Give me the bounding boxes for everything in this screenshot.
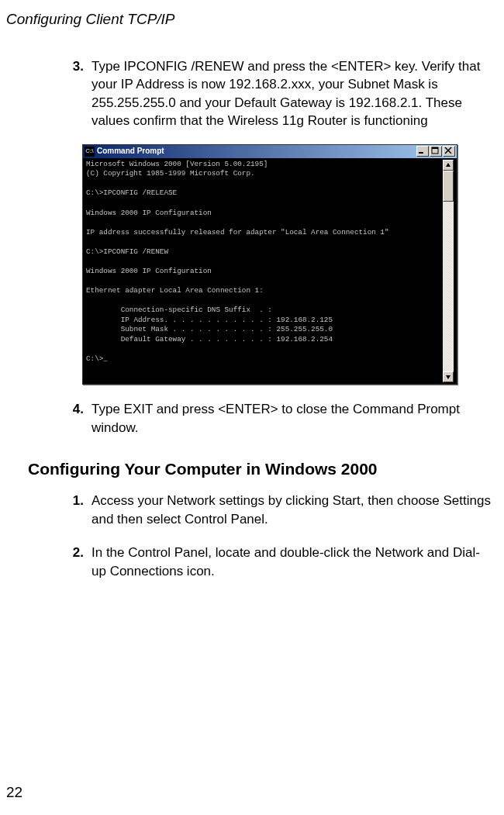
command-prompt-window: C:\ Command Prompt Microsoft Windows 200…	[82, 144, 457, 385]
scrollbar-thumb[interactable]	[443, 171, 454, 202]
page-header: Configuring Client TCP/IP	[0, 0, 504, 28]
window-title: Command Prompt	[97, 146, 416, 157]
vertical-scrollbar[interactable]	[443, 160, 454, 382]
main-content: 3. Type IPCONFIG /RENEW and press the <E…	[62, 57, 492, 580]
minimize-button[interactable]	[416, 146, 429, 157]
maximize-button[interactable]	[430, 146, 442, 157]
console-body: Microsoft Windows 2000 [Version 5.00.219…	[83, 158, 457, 384]
step-text: In the Control Panel, locate and double-…	[91, 544, 492, 580]
step-text: Type IPCONFIG /RENEW and press the <ENTE…	[91, 57, 492, 130]
svg-rect-2	[432, 147, 438, 149]
step-number: 3.	[62, 57, 84, 130]
step-number: 2.	[62, 544, 84, 580]
scroll-down-button[interactable]	[443, 371, 454, 382]
console-text: Microsoft Windows 2000 [Version 5.00.219…	[86, 160, 443, 382]
step-4: 4. Type EXIT and press <ENTER> to close …	[62, 400, 492, 437]
step-text: Access your Network settings by clicking…	[91, 492, 492, 528]
svg-rect-0	[419, 152, 423, 154]
sub-step-2: 2. In the Control Panel, locate and doub…	[62, 544, 492, 580]
close-button[interactable]	[443, 146, 455, 157]
sub-step-1: 1. Access your Network settings by click…	[62, 492, 492, 528]
step-number: 1.	[62, 492, 84, 528]
step-text: Type EXIT and press <ENTER> to close the…	[91, 400, 492, 437]
app-icon: C:\	[85, 147, 95, 157]
page-number: 22	[6, 784, 22, 801]
window-titlebar: C:\ Command Prompt	[83, 145, 457, 158]
section-heading: Configuring Your Computer in Windows 200…	[28, 458, 492, 481]
step-3: 3. Type IPCONFIG /RENEW and press the <E…	[62, 57, 492, 130]
step-number: 4.	[62, 400, 84, 437]
scroll-up-button[interactable]	[443, 160, 454, 171]
